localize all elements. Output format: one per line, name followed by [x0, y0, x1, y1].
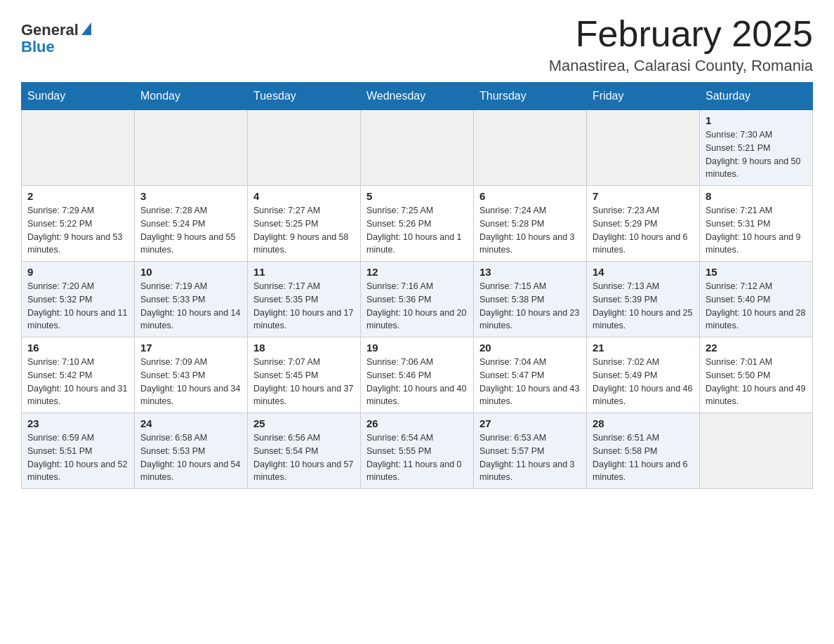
day-info: Sunrise: 7:19 AMSunset: 5:33 PMDaylight:… [140, 280, 241, 333]
day-info: Sunrise: 7:01 AMSunset: 5:50 PMDaylight:… [706, 356, 807, 408]
header-friday: Friday [587, 83, 700, 110]
table-row: 28Sunrise: 6:51 AMSunset: 5:58 PMDayligh… [587, 413, 700, 489]
title-section: February 2025 Manastirea, Calarasi Count… [549, 14, 813, 75]
day-number: 14 [593, 266, 694, 278]
table-row: 14Sunrise: 7:13 AMSunset: 5:39 PMDayligh… [587, 262, 700, 337]
day-info: Sunrise: 7:25 AMSunset: 5:26 PMDaylight:… [366, 204, 468, 257]
table-row: 20Sunrise: 7:04 AMSunset: 5:47 PMDayligh… [474, 337, 587, 413]
day-info: Sunrise: 7:23 AMSunset: 5:29 PMDaylight:… [593, 204, 694, 257]
day-number: 18 [253, 342, 355, 354]
location-title: Manastirea, Calarasi County, Romania [549, 57, 813, 75]
page-header: General Blue February 2025 Manastirea, C… [21, 14, 813, 75]
header-monday: Monday [135, 83, 248, 110]
day-info: Sunrise: 7:02 AMSunset: 5:49 PMDaylight:… [593, 356, 694, 408]
table-row: 23Sunrise: 6:59 AMSunset: 5:51 PMDayligh… [22, 413, 135, 489]
day-number: 11 [253, 266, 355, 278]
day-info: Sunrise: 7:06 AMSunset: 5:46 PMDaylight:… [366, 356, 468, 408]
calendar-week-1: 1Sunrise: 7:30 AMSunset: 5:21 PMDaylight… [22, 110, 813, 186]
table-row [22, 110, 135, 186]
table-row: 27Sunrise: 6:53 AMSunset: 5:57 PMDayligh… [474, 413, 587, 489]
day-number: 5 [366, 190, 468, 202]
day-info: Sunrise: 7:10 AMSunset: 5:42 PMDaylight:… [27, 356, 128, 408]
calendar-table: Sunday Monday Tuesday Wednesday Thursday… [21, 82, 813, 489]
table-row [361, 110, 474, 186]
table-row [700, 413, 813, 489]
day-number: 8 [706, 190, 807, 202]
day-info: Sunrise: 7:15 AMSunset: 5:38 PMDaylight:… [479, 280, 581, 333]
day-number: 10 [140, 266, 241, 278]
table-row: 24Sunrise: 6:58 AMSunset: 5:53 PMDayligh… [135, 413, 248, 489]
header-thursday: Thursday [474, 83, 587, 110]
day-info: Sunrise: 6:51 AMSunset: 5:58 PMDaylight:… [593, 431, 694, 484]
day-number: 15 [706, 266, 807, 278]
day-info: Sunrise: 7:12 AMSunset: 5:40 PMDaylight:… [706, 280, 807, 333]
calendar-week-2: 2Sunrise: 7:29 AMSunset: 5:22 PMDaylight… [22, 186, 813, 262]
day-info: Sunrise: 7:29 AMSunset: 5:22 PMDaylight:… [27, 204, 128, 257]
header-saturday: Saturday [700, 83, 813, 110]
logo-blue-text: Blue [21, 38, 55, 56]
day-number: 1 [706, 114, 807, 126]
table-row: 6Sunrise: 7:24 AMSunset: 5:28 PMDaylight… [474, 186, 587, 262]
day-info: Sunrise: 6:54 AMSunset: 5:55 PMDaylight:… [366, 431, 468, 484]
table-row: 10Sunrise: 7:19 AMSunset: 5:33 PMDayligh… [135, 262, 248, 337]
table-row: 8Sunrise: 7:21 AMSunset: 5:31 PMDaylight… [700, 186, 813, 262]
table-row: 21Sunrise: 7:02 AMSunset: 5:49 PMDayligh… [587, 337, 700, 413]
day-number: 25 [253, 417, 355, 429]
table-row: 18Sunrise: 7:07 AMSunset: 5:45 PMDayligh… [248, 337, 361, 413]
day-info: Sunrise: 7:20 AMSunset: 5:32 PMDaylight:… [27, 280, 128, 333]
table-row: 26Sunrise: 6:54 AMSunset: 5:55 PMDayligh… [361, 413, 474, 489]
table-row: 12Sunrise: 7:16 AMSunset: 5:36 PMDayligh… [361, 262, 474, 337]
calendar-week-3: 9Sunrise: 7:20 AMSunset: 5:32 PMDaylight… [22, 262, 813, 337]
day-number: 4 [253, 190, 355, 202]
day-number: 20 [479, 342, 581, 354]
day-info: Sunrise: 7:04 AMSunset: 5:47 PMDaylight:… [479, 356, 581, 408]
day-number: 12 [366, 266, 468, 278]
day-number: 19 [366, 342, 468, 354]
day-info: Sunrise: 7:27 AMSunset: 5:25 PMDaylight:… [253, 204, 355, 257]
header-tuesday: Tuesday [248, 83, 361, 110]
calendar-week-4: 16Sunrise: 7:10 AMSunset: 5:42 PMDayligh… [22, 337, 813, 413]
header-wednesday: Wednesday [361, 83, 474, 110]
day-info: Sunrise: 7:13 AMSunset: 5:39 PMDaylight:… [593, 280, 694, 333]
day-number: 26 [366, 417, 468, 429]
day-info: Sunrise: 6:56 AMSunset: 5:54 PMDaylight:… [253, 431, 355, 484]
logo-triangle-icon [81, 22, 91, 35]
day-number: 22 [706, 342, 807, 354]
day-info: Sunrise: 6:59 AMSunset: 5:51 PMDaylight:… [27, 431, 128, 484]
day-number: 27 [479, 417, 581, 429]
table-row: 3Sunrise: 7:28 AMSunset: 5:24 PMDaylight… [135, 186, 248, 262]
table-row: 16Sunrise: 7:10 AMSunset: 5:42 PMDayligh… [22, 337, 135, 413]
day-info: Sunrise: 6:58 AMSunset: 5:53 PMDaylight:… [140, 431, 241, 484]
day-number: 16 [27, 342, 128, 354]
day-number: 28 [593, 417, 694, 429]
table-row: 17Sunrise: 7:09 AMSunset: 5:43 PMDayligh… [135, 337, 248, 413]
table-row: 2Sunrise: 7:29 AMSunset: 5:22 PMDaylight… [22, 186, 135, 262]
table-row: 15Sunrise: 7:12 AMSunset: 5:40 PMDayligh… [700, 262, 813, 337]
table-row: 19Sunrise: 7:06 AMSunset: 5:46 PMDayligh… [361, 337, 474, 413]
day-info: Sunrise: 6:53 AMSunset: 5:57 PMDaylight:… [479, 431, 581, 484]
day-info: Sunrise: 7:09 AMSunset: 5:43 PMDaylight:… [140, 356, 241, 408]
table-row: 7Sunrise: 7:23 AMSunset: 5:29 PMDaylight… [587, 186, 700, 262]
table-row: 4Sunrise: 7:27 AMSunset: 5:25 PMDaylight… [248, 186, 361, 262]
table-row: 1Sunrise: 7:30 AMSunset: 5:21 PMDaylight… [700, 110, 813, 186]
table-row [474, 110, 587, 186]
table-row: 11Sunrise: 7:17 AMSunset: 5:35 PMDayligh… [248, 262, 361, 337]
month-title: February 2025 [549, 14, 813, 54]
day-info: Sunrise: 7:28 AMSunset: 5:24 PMDaylight:… [140, 204, 241, 257]
day-info: Sunrise: 7:07 AMSunset: 5:45 PMDaylight:… [253, 356, 355, 408]
logo: General Blue [21, 14, 91, 56]
day-number: 7 [593, 190, 694, 202]
calendar-week-5: 23Sunrise: 6:59 AMSunset: 5:51 PMDayligh… [22, 413, 813, 489]
day-info: Sunrise: 7:17 AMSunset: 5:35 PMDaylight:… [253, 280, 355, 333]
day-number: 13 [479, 266, 581, 278]
day-info: Sunrise: 7:24 AMSunset: 5:28 PMDaylight:… [479, 204, 581, 257]
table-row: 25Sunrise: 6:56 AMSunset: 5:54 PMDayligh… [248, 413, 361, 489]
day-info: Sunrise: 7:30 AMSunset: 5:21 PMDaylight:… [706, 128, 807, 181]
day-number: 3 [140, 190, 241, 202]
calendar-header-row: Sunday Monday Tuesday Wednesday Thursday… [22, 83, 813, 110]
table-row: 5Sunrise: 7:25 AMSunset: 5:26 PMDaylight… [361, 186, 474, 262]
day-number: 21 [593, 342, 694, 354]
table-row [248, 110, 361, 186]
table-row: 13Sunrise: 7:15 AMSunset: 5:38 PMDayligh… [474, 262, 587, 337]
table-row: 22Sunrise: 7:01 AMSunset: 5:50 PMDayligh… [700, 337, 813, 413]
